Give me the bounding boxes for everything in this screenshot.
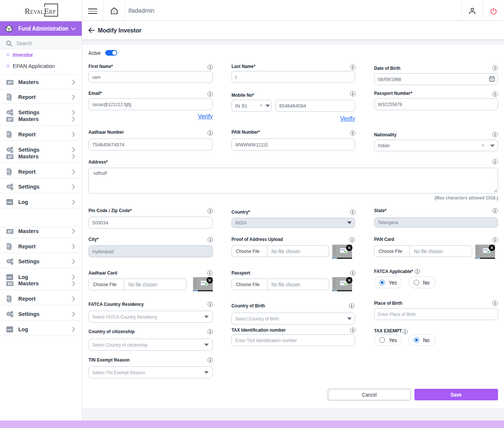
svg-text:$: $	[8, 155, 10, 158]
svg-text:$: $	[8, 282, 10, 285]
svg-text:$: $	[8, 117, 10, 121]
svg-text:$: $	[8, 80, 10, 84]
svg-text:ERP: ERP	[7, 329, 12, 331]
svg-text:ERP: ERP	[7, 276, 12, 279]
svg-text:$: $	[8, 229, 10, 233]
svg-text:ERP: ERP	[7, 201, 12, 204]
